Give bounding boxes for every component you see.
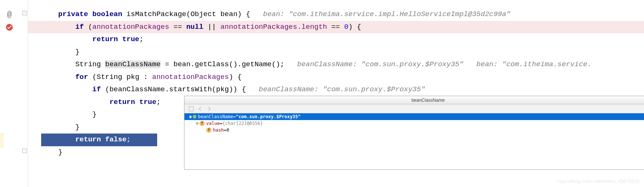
- arrow-left-icon[interactable]: [197, 106, 203, 112]
- punct: ) {: [348, 23, 361, 31]
- punct: ) {: [238, 10, 250, 18]
- operator: ==: [331, 23, 340, 31]
- annotation-at-icon[interactable]: @: [5, 10, 13, 19]
- keyword: null: [186, 23, 204, 31]
- var-value: {char[22]@6556}: [222, 120, 263, 127]
- type: String: [97, 73, 122, 81]
- punct: ;: [156, 98, 161, 106]
- keyword: private: [58, 10, 88, 18]
- param: bean: [220, 10, 238, 18]
- code-line[interactable]: private boolean isMatchPackage(Object be…: [28, 8, 644, 21]
- fold-marker-icon[interactable]: −: [22, 148, 27, 153]
- var-name: value: [206, 120, 220, 127]
- debug-tree[interactable]: ▣ beanClassName = "com.sun.proxy.$Proxy3…: [184, 113, 644, 169]
- fold-marker-icon[interactable]: −: [22, 11, 27, 15]
- hint-label: beanClassName:: [297, 60, 357, 68]
- brace: }: [75, 123, 79, 131]
- var-value: 0: [226, 127, 229, 134]
- keyword: false: [105, 135, 126, 144]
- keyword: return: [92, 35, 118, 43]
- expander-plus-icon[interactable]: ⊞: [195, 120, 199, 127]
- eq: =: [224, 127, 226, 134]
- var-value: "com.sun.proxy.$Proxy35": [236, 113, 300, 120]
- field: .length: [297, 23, 327, 31]
- punct: (: [186, 10, 190, 18]
- code-line[interactable]: String beanClassName = bean.getClass().g…: [28, 58, 644, 71]
- keyword: true: [139, 98, 156, 106]
- keyword: for: [75, 73, 88, 81]
- punct: :: [144, 73, 148, 81]
- hint-label: beanClassName:: [259, 85, 319, 94]
- code-line[interactable]: if (annotationPackages == null || annota…: [28, 21, 644, 34]
- brace: }: [75, 48, 79, 56]
- operator: ||: [208, 23, 216, 31]
- type: Object: [190, 10, 216, 18]
- variable: pkg: [126, 73, 139, 81]
- field-icon: f: [206, 128, 211, 133]
- punct: ;: [126, 135, 131, 144]
- set-value-icon[interactable]: [188, 106, 194, 112]
- eq: =: [220, 120, 222, 127]
- keyword: return: [75, 135, 101, 144]
- breakpoint-check-icon[interactable]: [5, 23, 13, 31]
- debug-variable-popup[interactable]: beanClassName ▣ beanClassName = "com.sun…: [184, 96, 644, 170]
- punct: ;: [139, 35, 143, 43]
- expression: bean.getClass().getName();: [174, 60, 284, 68]
- field: annotationPackages: [92, 23, 169, 31]
- number: 0: [344, 23, 348, 31]
- execution-line-marker: [0, 133, 4, 148]
- debug-popup-title: beanClassName: [184, 96, 644, 104]
- arrow-right-icon[interactable]: [206, 106, 212, 112]
- editor-container: @ − − private boolean isMatchPackage(Obj…: [0, 0, 644, 187]
- type: String: [75, 60, 101, 68]
- punct: ) {: [229, 73, 242, 81]
- code-line[interactable]: if (beanClassName.startsWith(pkg)) { bea…: [28, 83, 644, 96]
- var-name: hash: [213, 127, 224, 134]
- inline-hint: beanClassName: "com.sun.proxy.$Proxy35": [259, 85, 425, 94]
- inline-hint: bean: "com.itheima.service.impl.HelloSer…: [263, 10, 510, 18]
- hint-value: "com.itheima.service.: [502, 60, 592, 68]
- punct: (: [88, 23, 92, 31]
- field: annotationPackages: [220, 23, 297, 31]
- expander-minus-icon[interactable]: ▣: [188, 113, 193, 120]
- brace: }: [92, 110, 97, 119]
- eq: =: [233, 113, 236, 120]
- hint-label: bean:: [476, 60, 498, 68]
- watermark: https://blog.csdn.net/weixin_45678915: [557, 178, 640, 184]
- tree-row[interactable]: f hash = 0: [184, 127, 644, 134]
- variable: beanClassName: [105, 60, 161, 68]
- hint-value: "com.sun.proxy.$Proxy35": [323, 85, 425, 94]
- hint-value: "com.sun.proxy.$Proxy35": [361, 60, 464, 68]
- variable: beanClassName: [109, 85, 165, 94]
- field: annotationPackages: [152, 73, 229, 81]
- code-line[interactable]: }: [28, 46, 644, 59]
- keyword: if: [75, 23, 84, 31]
- tree-row-root[interactable]: ▣ beanClassName = "com.sun.proxy.$Proxy3…: [184, 113, 644, 120]
- field-icon: f: [199, 121, 205, 126]
- code-area[interactable]: private boolean isMatchPackage(Object be…: [28, 0, 644, 187]
- punct: (: [92, 73, 97, 81]
- var-name: beanClassName: [198, 113, 233, 120]
- operator: =: [165, 60, 169, 68]
- inline-hint: beanClassName: "com.sun.proxy.$Proxy35" …: [297, 60, 592, 68]
- brace: }: [58, 148, 62, 156]
- method-call: .startsWith(pkg)) {: [165, 85, 246, 94]
- keyword: if: [92, 85, 101, 94]
- code-line[interactable]: return true;: [28, 33, 644, 46]
- debug-toolbar: [184, 104, 644, 113]
- hint-value: "com.itheima.service.impl.HelloServiceIm…: [289, 10, 510, 18]
- gutter: @ − −: [0, 0, 28, 187]
- operator: ==: [173, 23, 182, 31]
- method-name: isMatchPackage: [126, 10, 186, 18]
- keyword: boolean: [92, 10, 122, 18]
- tree-row[interactable]: ⊞ f value = {char[22]@6556}: [184, 120, 644, 127]
- hint-label: bean:: [263, 10, 284, 18]
- keyword: return: [109, 98, 135, 106]
- code-line[interactable]: for (String pkg : annotationPackages) {: [28, 71, 644, 84]
- variable-icon: [193, 115, 196, 119]
- punct: (: [105, 85, 109, 94]
- keyword: true: [122, 35, 140, 43]
- svg-rect-1: [189, 107, 193, 111]
